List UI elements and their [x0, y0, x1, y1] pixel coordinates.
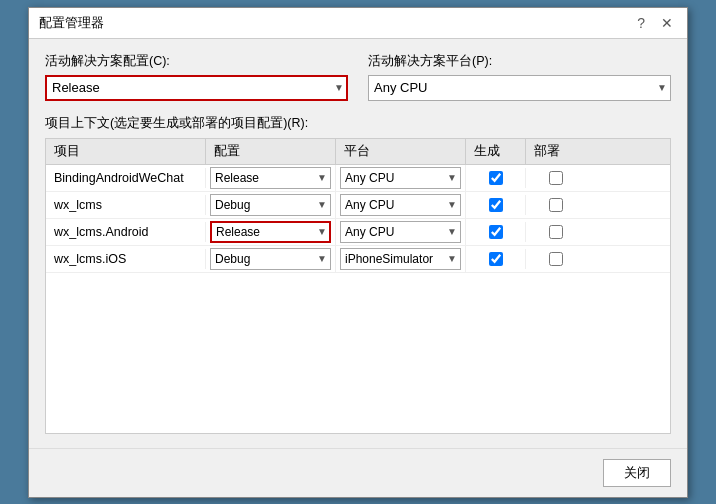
platform-cell-0[interactable]: Any CPU ▼ [336, 165, 466, 191]
header-project: 项目 [46, 139, 206, 164]
platform-select-wrapper-2[interactable]: Any CPU ▼ [340, 221, 461, 243]
config-select-1[interactable]: Debug Release [210, 194, 331, 216]
build-cell-3[interactable] [466, 249, 526, 269]
active-config-label: 活动解决方案配置(C): [45, 53, 348, 70]
platform-select-wrapper-1[interactable]: Any CPU ▼ [340, 194, 461, 216]
header-deploy: 部署 [526, 139, 586, 164]
config-manager-dialog: 配置管理器 ? ✕ 活动解决方案配置(C): Release Debug ▼ 活… [28, 7, 688, 498]
projects-table: 项目 配置 平台 生成 部署 BindingAndroidWeChat Rele… [45, 138, 671, 434]
project-name-0: BindingAndroidWeChat [46, 168, 206, 188]
platform-select-3[interactable]: iPhoneSimulator Any CPU [340, 248, 461, 270]
platform-cell-1[interactable]: Any CPU ▼ [336, 192, 466, 218]
header-build: 生成 [466, 139, 526, 164]
deploy-checkbox-3[interactable] [549, 252, 563, 266]
deploy-cell-3[interactable] [526, 249, 586, 269]
table-row: BindingAndroidWeChat Release Debug ▼ [46, 165, 670, 192]
top-fields-row: 活动解决方案配置(C): Release Debug ▼ 活动解决方案平台(P)… [45, 53, 671, 101]
config-cell-2[interactable]: Release Debug ▼ [206, 219, 336, 245]
platform-select-wrapper-3[interactable]: iPhoneSimulator Any CPU ▼ [340, 248, 461, 270]
title-bar: 配置管理器 ? ✕ [29, 8, 687, 39]
config-select-wrapper-1[interactable]: Debug Release ▼ [210, 194, 331, 216]
deploy-cell-2[interactable] [526, 222, 586, 242]
project-name-2: wx_lcms.Android [46, 222, 206, 242]
config-select-3[interactable]: Debug Release [210, 248, 331, 270]
config-select-wrapper-0[interactable]: Release Debug ▼ [210, 167, 331, 189]
dialog-close-button[interactable]: ✕ [657, 16, 677, 30]
dialog-body: 活动解决方案配置(C): Release Debug ▼ 活动解决方案平台(P)… [29, 39, 687, 448]
header-platform: 平台 [336, 139, 466, 164]
help-button[interactable]: ? [633, 16, 649, 30]
build-checkbox-0[interactable] [489, 171, 503, 185]
platform-select-2[interactable]: Any CPU [340, 221, 461, 243]
config-cell-3[interactable]: Debug Release ▼ [206, 246, 336, 272]
config-select-wrapper-3[interactable]: Debug Release ▼ [210, 248, 331, 270]
active-platform-select[interactable]: Any CPU x86 x64 [368, 75, 671, 101]
projects-label: 项目上下文(选定要生成或部署的项目配置)(R): [45, 115, 671, 132]
deploy-checkbox-2[interactable] [549, 225, 563, 239]
table-empty-space [46, 273, 670, 433]
build-checkbox-1[interactable] [489, 198, 503, 212]
build-cell-2[interactable] [466, 222, 526, 242]
platform-cell-3[interactable]: iPhoneSimulator Any CPU ▼ [336, 246, 466, 272]
build-checkbox-2[interactable] [489, 225, 503, 239]
table-header: 项目 配置 平台 生成 部署 [46, 139, 670, 165]
deploy-checkbox-1[interactable] [549, 198, 563, 212]
platform-select-1[interactable]: Any CPU [340, 194, 461, 216]
build-cell-0[interactable] [466, 168, 526, 188]
config-select-2[interactable]: Release Debug [210, 221, 331, 243]
active-config-select-wrapper[interactable]: Release Debug ▼ [45, 75, 348, 101]
config-cell-1[interactable]: Debug Release ▼ [206, 192, 336, 218]
deploy-cell-0[interactable] [526, 168, 586, 188]
deploy-checkbox-0[interactable] [549, 171, 563, 185]
deploy-cell-1[interactable] [526, 195, 586, 215]
active-platform-group: 活动解决方案平台(P): Any CPU x86 x64 ▼ [368, 53, 671, 101]
dialog-title: 配置管理器 [39, 14, 104, 32]
header-config: 配置 [206, 139, 336, 164]
title-bar-buttons: ? ✕ [633, 16, 677, 30]
active-platform-label: 活动解决方案平台(P): [368, 53, 671, 70]
active-config-group: 活动解决方案配置(C): Release Debug ▼ [45, 53, 348, 101]
config-select-0[interactable]: Release Debug [210, 167, 331, 189]
dialog-footer: 关闭 [29, 448, 687, 497]
table-row: wx_lcms.Android Release Debug ▼ [46, 219, 670, 246]
platform-select-wrapper-0[interactable]: Any CPU ▼ [340, 167, 461, 189]
platform-cell-2[interactable]: Any CPU ▼ [336, 219, 466, 245]
build-cell-1[interactable] [466, 195, 526, 215]
platform-select-0[interactable]: Any CPU [340, 167, 461, 189]
projects-section: 项目上下文(选定要生成或部署的项目配置)(R): 项目 配置 平台 生成 部署 … [45, 115, 671, 434]
build-checkbox-3[interactable] [489, 252, 503, 266]
active-config-select[interactable]: Release Debug [45, 75, 348, 101]
config-cell-0[interactable]: Release Debug ▼ [206, 165, 336, 191]
active-platform-select-wrapper[interactable]: Any CPU x86 x64 ▼ [368, 75, 671, 101]
project-name-3: wx_lcms.iOS [46, 249, 206, 269]
table-row: wx_lcms Debug Release ▼ [46, 192, 670, 219]
project-name-1: wx_lcms [46, 195, 206, 215]
config-select-wrapper-2[interactable]: Release Debug ▼ [210, 221, 331, 243]
footer-close-button[interactable]: 关闭 [603, 459, 671, 487]
table-row: wx_lcms.iOS Debug Release ▼ [46, 246, 670, 273]
